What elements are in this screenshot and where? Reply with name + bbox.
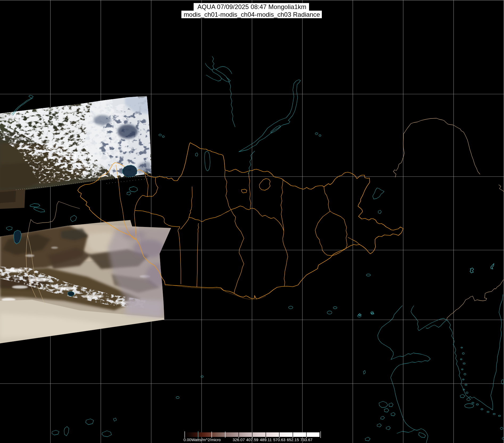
svg-text:652.15: 652.15 (287, 437, 299, 442)
svg-text:326.07: 326.07 (233, 437, 245, 442)
svg-text:407.59: 407.59 (246, 437, 259, 442)
svg-text:modis_ch01-modis_ch04-modis_ch: modis_ch01-modis_ch04-modis_ch03 Radianc… (184, 11, 320, 18)
svg-text:733.67: 733.67 (300, 437, 313, 442)
svg-text:489.11: 489.11 (260, 437, 272, 442)
svg-text:570.63: 570.63 (273, 437, 285, 442)
svg-text:AQUA 07/09/2025 08:47 Mongolia: AQUA 07/09/2025 08:47 Mongolia1km (197, 3, 306, 10)
svg-text:0.00Watts/m^2/micro: 0.00Watts/m^2/micro (184, 437, 221, 442)
